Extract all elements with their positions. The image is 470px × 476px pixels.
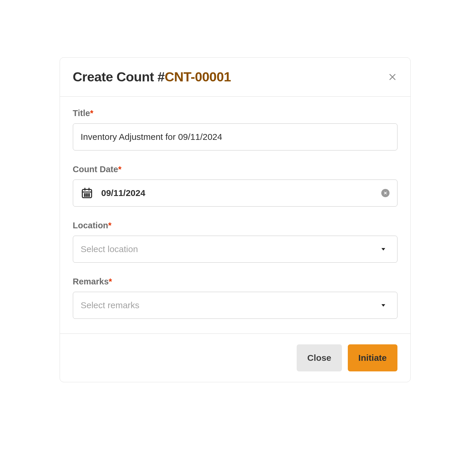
modal-title-id: CNT-00001 — [165, 69, 231, 84]
initiate-button[interactable]: Initiate — [348, 344, 397, 371]
required-asterisk: * — [118, 165, 121, 174]
field-count-date: Count Date* — [73, 165, 397, 207]
svg-point-10 — [86, 195, 87, 196]
title-input-wrapper — [73, 123, 397, 150]
label-remarks: Remarks* — [73, 277, 397, 286]
clear-date-icon[interactable] — [381, 189, 390, 197]
svg-point-8 — [88, 194, 89, 195]
chevron-down-icon — [380, 302, 390, 309]
label-count-date: Count Date* — [73, 165, 397, 174]
close-button[interactable]: Close — [297, 344, 342, 371]
remarks-placeholder: Select remarks — [81, 300, 380, 310]
modal-footer: Close Initiate — [60, 333, 410, 382]
label-location: Location* — [73, 221, 397, 230]
svg-point-9 — [84, 195, 85, 196]
label-count-date-text: Count Date — [73, 165, 118, 174]
modal-title-prefix: Create Count # — [73, 69, 165, 84]
modal-body: Title* Count Date* — [60, 97, 410, 333]
field-title: Title* — [73, 108, 397, 150]
svg-point-6 — [84, 194, 85, 195]
count-date-value: 09/11/2024 — [101, 188, 381, 198]
modal-header: Create Count #CNT-00001 — [60, 58, 410, 97]
chevron-down-icon — [380, 246, 390, 252]
modal-title: Create Count #CNT-00001 — [73, 69, 231, 85]
label-title: Title* — [73, 108, 397, 118]
svg-point-7 — [86, 194, 87, 195]
field-remarks: Remarks* Select remarks — [73, 277, 397, 319]
location-select[interactable]: Select location — [73, 236, 397, 263]
title-input[interactable] — [81, 132, 390, 142]
create-count-modal: Create Count #CNT-00001 Title* Count Dat… — [60, 57, 411, 382]
close-icon[interactable] — [387, 72, 397, 82]
svg-point-11 — [88, 195, 89, 196]
required-asterisk: * — [109, 277, 112, 286]
remarks-select[interactable]: Select remarks — [73, 292, 397, 319]
required-asterisk: * — [108, 221, 111, 230]
calendar-icon — [81, 187, 93, 199]
field-location: Location* Select location — [73, 221, 397, 263]
required-asterisk: * — [90, 108, 93, 118]
label-location-text: Location — [73, 221, 108, 230]
count-date-input[interactable]: 09/11/2024 — [73, 180, 397, 207]
label-remarks-text: Remarks — [73, 277, 109, 286]
label-title-text: Title — [73, 108, 90, 118]
location-placeholder: Select location — [81, 244, 380, 254]
